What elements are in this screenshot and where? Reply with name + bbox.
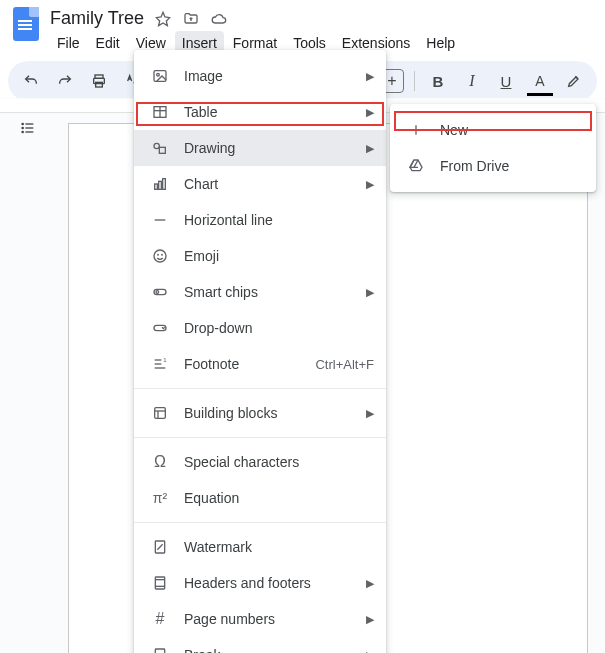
star-icon[interactable] xyxy=(154,10,172,28)
submenu-arrow-icon: ▶ xyxy=(366,106,374,119)
menu-item-drop-down[interactable]: Drop-down xyxy=(134,310,386,346)
menu-item-label: Drawing xyxy=(184,140,352,156)
menu-item-building-blocks[interactable]: Building blocks ▶ xyxy=(134,395,386,431)
menu-item-smart-chips[interactable]: Smart chips ▶ xyxy=(134,274,386,310)
menu-item-equation[interactable]: π² Equation xyxy=(134,480,386,516)
break-icon xyxy=(150,647,170,653)
menu-item-footnote[interactable]: 1 Footnote Ctrl+Alt+F xyxy=(134,346,386,382)
print-button[interactable] xyxy=(86,68,112,94)
docs-logo[interactable] xyxy=(8,6,44,42)
plus-icon xyxy=(406,122,426,138)
bold-button[interactable]: B xyxy=(425,68,451,94)
svg-point-8 xyxy=(22,131,23,132)
menu-item-label: Watermark xyxy=(184,539,374,555)
menu-item-emoji[interactable]: Emoji xyxy=(134,238,386,274)
svg-text:1: 1 xyxy=(163,357,167,363)
smart-chips-icon xyxy=(150,284,170,300)
submenu-item-label: New xyxy=(440,122,468,138)
omega-icon: Ω xyxy=(150,453,170,471)
cloud-status-icon[interactable] xyxy=(210,10,228,28)
svg-point-14 xyxy=(154,143,159,148)
menu-item-horizontal-line[interactable]: Horizontal line xyxy=(134,202,386,238)
menu-item-label: Special characters xyxy=(184,454,374,470)
drive-icon xyxy=(406,158,426,174)
menu-separator xyxy=(134,388,386,389)
hash-icon: # xyxy=(150,610,170,628)
svg-point-22 xyxy=(162,254,163,255)
undo-button[interactable] xyxy=(18,68,44,94)
submenu-arrow-icon: ▶ xyxy=(366,577,374,590)
watermark-icon xyxy=(150,539,170,555)
menu-item-label: Headers and footers xyxy=(184,575,352,591)
svg-point-20 xyxy=(154,250,166,262)
menu-item-label: Footnote xyxy=(184,356,301,372)
menu-item-chart[interactable]: Chart ▶ xyxy=(134,166,386,202)
redo-button[interactable] xyxy=(52,68,78,94)
submenu-arrow-icon: ▶ xyxy=(366,649,374,654)
menu-item-label: Smart chips xyxy=(184,284,352,300)
menu-item-drawing[interactable]: Drawing ▶ xyxy=(134,130,386,166)
pi-icon: π² xyxy=(150,490,170,506)
menu-item-label: Page numbers xyxy=(184,611,352,627)
submenu-item-label: From Drive xyxy=(440,158,509,174)
menu-separator xyxy=(134,437,386,438)
underline-button[interactable]: U xyxy=(493,68,519,94)
svg-point-10 xyxy=(157,73,160,76)
submenu-arrow-icon: ▶ xyxy=(366,286,374,299)
svg-point-6 xyxy=(22,123,23,124)
horizontal-line-icon xyxy=(150,212,170,228)
menu-file[interactable]: File xyxy=(50,31,87,55)
table-icon xyxy=(150,104,170,120)
menu-item-table[interactable]: Table ▶ xyxy=(134,94,386,130)
text-color-button[interactable]: A xyxy=(527,68,553,94)
svg-rect-30 xyxy=(155,408,166,419)
submenu-arrow-icon: ▶ xyxy=(366,70,374,83)
svg-rect-34 xyxy=(155,577,164,589)
svg-rect-15 xyxy=(159,147,165,153)
menu-item-label: Emoji xyxy=(184,248,374,264)
svg-point-21 xyxy=(158,254,159,255)
submenu-arrow-icon: ▶ xyxy=(366,142,374,155)
submenu-arrow-icon: ▶ xyxy=(366,178,374,191)
menu-item-label: Horizontal line xyxy=(184,212,374,228)
image-icon xyxy=(150,68,170,84)
menu-item-watermark[interactable]: Watermark xyxy=(134,529,386,565)
dropdown-icon xyxy=(150,320,170,336)
document-outline-button[interactable] xyxy=(20,120,36,139)
menu-item-label: Table xyxy=(184,104,352,120)
headers-footers-icon xyxy=(150,575,170,591)
menu-item-headers-footers[interactable]: Headers and footers ▶ xyxy=(134,565,386,601)
toolbar-separator xyxy=(414,71,415,91)
menu-item-break[interactable]: Break ▶ xyxy=(134,637,386,653)
menu-help[interactable]: Help xyxy=(419,31,462,55)
emoji-icon xyxy=(150,248,170,264)
submenu-item-new[interactable]: New xyxy=(390,112,596,148)
menu-item-label: Equation xyxy=(184,490,374,506)
menu-item-page-numbers[interactable]: # Page numbers ▶ xyxy=(134,601,386,637)
svg-rect-16 xyxy=(155,184,158,189)
chart-icon xyxy=(150,176,170,192)
move-to-folder-icon[interactable] xyxy=(182,10,200,28)
building-blocks-icon xyxy=(150,405,170,421)
menu-item-shortcut: Ctrl+Alt+F xyxy=(315,357,374,372)
menu-item-label: Break xyxy=(184,647,352,653)
svg-rect-9 xyxy=(154,71,166,82)
drawing-icon xyxy=(150,140,170,156)
italic-button[interactable]: I xyxy=(459,68,485,94)
menu-item-label: Building blocks xyxy=(184,405,352,421)
drawing-submenu: New From Drive xyxy=(390,104,596,192)
menu-item-image[interactable]: Image ▶ xyxy=(134,58,386,94)
menu-item-label: Drop-down xyxy=(184,320,374,336)
menu-edit[interactable]: Edit xyxy=(89,31,127,55)
menu-item-label: Chart xyxy=(184,176,352,192)
menu-item-special-characters[interactable]: Ω Special characters xyxy=(134,444,386,480)
submenu-arrow-icon: ▶ xyxy=(366,613,374,626)
svg-rect-37 xyxy=(155,649,164,653)
insert-menu-dropdown: Image ▶ Table ▶ Drawing ▶ Chart ▶ Horizo… xyxy=(134,50,386,653)
menu-item-label: Image xyxy=(184,68,352,84)
menu-separator xyxy=(134,522,386,523)
submenu-item-from-drive[interactable]: From Drive xyxy=(390,148,596,184)
svg-rect-17 xyxy=(159,181,162,189)
highlight-color-button[interactable] xyxy=(561,68,587,94)
document-title[interactable]: Family Tree xyxy=(50,8,144,29)
